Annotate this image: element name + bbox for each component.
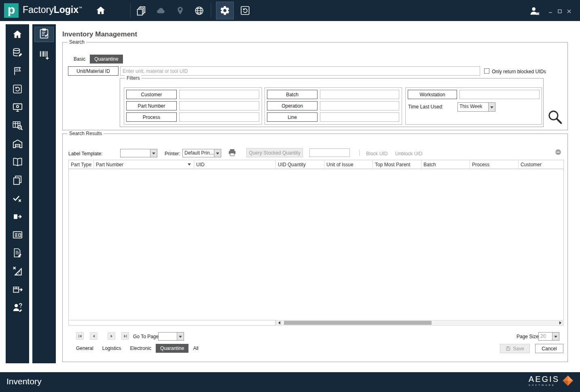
prev-page-icon[interactable] [90,332,97,340]
customer-filter-button[interactable]: Customer [126,90,177,99]
app-window: p FactoryLogix™ [0,0,580,392]
cancel-button[interactable]: Cancel [535,344,563,353]
dropdown-arrow-icon[interactable] [552,333,559,340]
go-to-page-combo[interactable] [158,332,184,341]
sidebar-item-history-panel[interactable] [8,85,26,95]
part-number-filter-input[interactable] [179,101,259,110]
label-template-combo[interactable] [120,149,157,157]
minimize-icon[interactable] [547,8,554,14]
column-header-process[interactable]: Process [470,160,519,169]
sidebar-item-double-check[interactable] [8,194,26,204]
maximize-icon[interactable] [556,8,563,14]
only-blocked-checkbox[interactable] [484,68,489,74]
time-last-used-combo[interactable]: This Week [457,102,495,112]
process-filter-button[interactable]: Process [126,112,177,122]
save-button[interactable]: Save [500,344,530,353]
dropdown-arrow-icon[interactable] [214,149,221,157]
home-icon[interactable] [95,5,106,16]
history-icon[interactable] [236,2,254,19]
unit-material-input[interactable] [120,66,480,76]
horizontal-scrollbar[interactable] [276,320,564,326]
tab-electronic[interactable]: Electronic [125,344,156,353]
scroll-right-icon[interactable] [558,320,563,325]
tab-all[interactable]: All [188,344,203,353]
sidebar-item-package-move[interactable] [8,285,26,295]
double-check-icon [12,193,23,205]
column-header-part-number[interactable]: Part Number [94,160,194,169]
sidebar-item-table-search[interactable] [8,121,26,131]
sidebar-item-monitor[interactable] [8,103,26,113]
dropdown-arrow-icon[interactable] [177,333,184,340]
unit-material-id-button[interactable]: Unit/Material ID [68,66,119,76]
operation-filter-button[interactable]: Operation [267,101,318,110]
cloud-icon[interactable] [155,5,166,16]
sidebar-item-warehouse[interactable] [8,139,26,150]
page-size-combo[interactable]: 20 [538,332,559,341]
sidebar-item-inventory-list[interactable] [34,27,54,42]
search-icon[interactable] [547,109,563,127]
last-page-icon[interactable] [121,332,129,340]
next-page-icon[interactable] [108,332,115,340]
workstation-filter-button[interactable]: Workstation [408,90,457,99]
sidebar-item-book[interactable] [8,157,26,168]
sidebar-item-document-edit[interactable] [8,248,26,259]
monitor-icon [12,102,23,114]
column-header-top-most-parent[interactable]: Top Most Parent [373,160,421,169]
close-icon[interactable] [565,8,573,14]
pages-icon[interactable] [136,5,146,16]
tab-quarantine[interactable]: Quarantine [90,55,123,64]
tab-logistics[interactable]: Logistics [98,344,126,353]
column-header-unit-of-issue[interactable]: Unit of Issue [324,160,373,169]
gear-icon[interactable] [216,2,234,19]
globe-icon[interactable] [194,5,204,16]
trademark: ™ [78,6,82,10]
tab-basic[interactable]: Basic [69,55,90,64]
block-uid-link[interactable]: Block UID [366,151,387,157]
printer-combo[interactable]: Default Prin... [182,149,221,157]
process-filter-input[interactable] [179,112,259,122]
printer-icon[interactable] [228,148,237,159]
line-filter-input[interactable] [320,112,399,122]
sidebar-item-id-card[interactable] [8,230,26,241]
line-filter-button[interactable]: Line [267,112,318,122]
column-header-uid-quantity[interactable]: UID Quantity [276,160,324,169]
first-page-icon[interactable] [76,332,84,340]
scroll-left-icon[interactable] [276,320,282,325]
dropdown-arrow-icon[interactable] [150,149,157,157]
logo-letter: p [8,4,15,16]
user-block-icon[interactable] [528,5,541,17]
part-number-filter-button[interactable]: Part Number [126,101,177,110]
sidebar-item-ruler-cancel[interactable] [8,267,26,277]
column-header-uid[interactable]: UID [194,160,276,169]
column-header-batch[interactable]: Batch [421,160,470,169]
stocked-quantity-input[interactable] [309,148,350,157]
sidebar-item-database-edit[interactable] [8,48,26,59]
batch-filter-button[interactable]: Batch [267,90,318,99]
tab-quarantine-results[interactable]: Quarantine [156,344,188,353]
unblock-uid-link[interactable]: Unblock UID [395,151,422,157]
results-tabs: GeneralLogisticsElectronicQuarantineAll [72,344,203,353]
sidebar-item-export[interactable] [8,212,26,222]
tab-general[interactable]: General [72,344,98,353]
workstation-filter-input[interactable] [459,90,540,99]
sidebar-item-home[interactable] [8,30,26,40]
only-blocked-label: Only return blocked UIDs [492,69,546,74]
customer-filter-input[interactable] [179,90,259,99]
sidebar-item-flag-chart[interactable] [8,66,26,77]
app-title: FactoryLogix™ [23,4,82,15]
left-scrollbar-track[interactable] [68,320,275,326]
column-header-customer[interactable]: Customer [519,160,564,169]
user-question-icon [12,302,23,315]
remove-icon[interactable] [555,148,562,157]
app-title-part1: Factory [23,4,54,15]
location-icon[interactable] [175,5,185,16]
column-header-part-type[interactable]: Part Type [69,160,94,169]
sidebar-item-user-question[interactable] [8,303,26,314]
dropdown-arrow-icon[interactable] [488,103,495,111]
operation-filter-input[interactable] [320,101,399,110]
scrollbar-thumb[interactable] [284,321,432,325]
sidebar-item-pages[interactable] [8,176,26,186]
sidebar-item-barcode-add[interactable] [34,48,54,63]
batch-filter-input[interactable] [320,90,399,99]
query-stocked-quantity-button[interactable]: Query Stocked Quantity [246,148,303,157]
